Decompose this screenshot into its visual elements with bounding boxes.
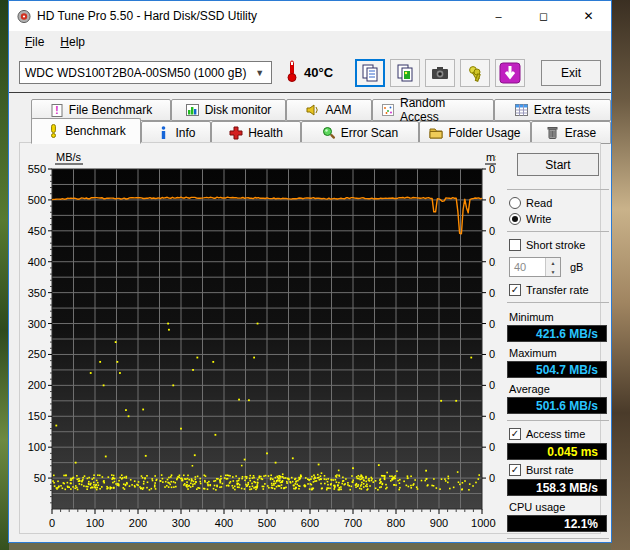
- exit-button[interactable]: Exit: [541, 60, 601, 86]
- svg-text:900: 900: [430, 517, 448, 529]
- copy-text-button[interactable]: [355, 59, 385, 87]
- maximum-label: Maximum: [509, 347, 609, 359]
- speaker-icon: [306, 103, 320, 117]
- thermometer-icon: [286, 59, 298, 87]
- svg-text:MB/s: MB/s: [56, 151, 82, 163]
- average-value: 501.6 MB/s: [507, 397, 607, 414]
- disk-monitor-icon: [186, 103, 200, 117]
- burst-rate-value: 158.3 MB/s: [507, 479, 607, 496]
- access-time-label: Access time: [526, 428, 585, 440]
- window-title: HD Tune Pro 5.50 - Hard Disk/SSD Utility: [37, 9, 476, 23]
- write-radio-row[interactable]: Write: [509, 213, 609, 225]
- svg-text:100: 100: [28, 441, 46, 453]
- tab-health[interactable]: Health: [211, 121, 301, 144]
- close-button[interactable]: ✕: [566, 1, 611, 31]
- options-button[interactable]: [460, 59, 490, 87]
- menu-help[interactable]: Help: [52, 33, 93, 51]
- tab-label: Info: [175, 126, 195, 140]
- tab-erase[interactable]: Erase: [531, 121, 611, 144]
- folder-icon: [429, 126, 443, 140]
- short-stroke-unit: gB: [570, 261, 583, 273]
- cpu-usage-value: 12.1%: [507, 515, 607, 532]
- divider: [507, 538, 609, 539]
- svg-text:500: 500: [28, 194, 46, 206]
- burst-rate-checkbox[interactable]: ✓: [509, 464, 521, 476]
- tab-error-scan[interactable]: Error Scan: [301, 121, 419, 144]
- short-stroke-checkbox[interactable]: [509, 239, 521, 251]
- download-arrow-icon: [499, 62, 521, 84]
- toolbar: WDC WDS100T2B0A-00SM50 (1000 gB) ▼ 40°C: [9, 53, 611, 92]
- transfer-rate-checkbox[interactable]: ✓: [509, 284, 521, 296]
- tab-benchmark[interactable]: Benchmark: [31, 118, 141, 144]
- menu-bar: File Help: [9, 31, 611, 53]
- tab-label: Random Access: [400, 96, 485, 124]
- svg-text:800: 800: [387, 517, 405, 529]
- transfer-rate-row[interactable]: ✓ Transfer rate: [509, 284, 609, 296]
- svg-text:1000gB: 1000gB: [471, 517, 496, 529]
- short-stroke-size-spinner[interactable]: 40 ▲ ▼: [509, 257, 561, 277]
- health-cross-icon: [229, 126, 243, 140]
- tab-folder-usage[interactable]: Folder Usage: [419, 121, 531, 144]
- svg-text:200: 200: [129, 517, 147, 529]
- update-button[interactable]: [495, 59, 525, 87]
- minimize-button[interactable]: –: [476, 1, 521, 31]
- access-time-checkbox[interactable]: ✓: [509, 428, 521, 440]
- tab-random-access[interactable]: Random Access: [372, 99, 494, 121]
- svg-text:!: !: [55, 105, 58, 116]
- screenshot-button[interactable]: [425, 59, 455, 87]
- maximum-value: 504.7 MB/s: [507, 361, 607, 378]
- burst-rate-row[interactable]: ✓ Burst rate: [509, 464, 609, 476]
- write-radio[interactable]: [509, 213, 521, 225]
- svg-text:0.10: 0.10: [489, 441, 496, 453]
- copy-text-icon: [360, 63, 380, 83]
- svg-text:550: 550: [28, 163, 46, 175]
- access-time-row[interactable]: ✓ Access time: [509, 428, 609, 440]
- svg-text:400: 400: [28, 256, 46, 268]
- tab-label: Disk monitor: [205, 103, 272, 117]
- svg-text:300: 300: [28, 318, 46, 330]
- read-radio-row[interactable]: Read: [509, 197, 609, 209]
- maximize-button[interactable]: ◻: [521, 1, 566, 31]
- tab-label: Benchmark: [65, 124, 126, 138]
- tab-aam[interactable]: AAM: [286, 99, 372, 121]
- desktop-wallpaper-right: [611, 0, 630, 550]
- info-icon: [156, 126, 170, 140]
- tab-label: Health: [248, 126, 283, 140]
- start-button[interactable]: Start: [517, 153, 599, 176]
- drive-select-dropdown[interactable]: WDC WDS100T2B0A-00SM50 (1000 gB) ▼: [19, 61, 272, 84]
- svg-text:0.50: 0.50: [489, 194, 496, 206]
- read-radio[interactable]: [509, 197, 521, 209]
- read-label: Read: [526, 197, 552, 209]
- tab-label: Erase: [565, 126, 596, 140]
- benchmark-sidebar: Start Read Write Short stroke 40 ▲: [507, 151, 609, 545]
- svg-text:100: 100: [86, 517, 104, 529]
- burst-rate-label: Burst rate: [526, 464, 574, 476]
- access-time-value: 0.045 ms: [507, 443, 607, 460]
- tab-disk-monitor[interactable]: Disk monitor: [171, 99, 286, 121]
- tab-extra-tests[interactable]: Extra tests: [494, 99, 611, 121]
- short-stroke-row[interactable]: Short stroke: [509, 239, 609, 251]
- temperature-value: 40°C: [304, 65, 333, 80]
- svg-text:700: 700: [344, 517, 362, 529]
- svg-text:300: 300: [172, 517, 190, 529]
- drive-select-value: WDC WDS100T2B0A-00SM50 (1000 gB): [25, 66, 246, 80]
- tab-info[interactable]: Info: [141, 121, 211, 144]
- title-bar: HD Tune Pro 5.50 - Hard Disk/SSD Utility…: [9, 1, 611, 31]
- svg-text:50: 50: [34, 472, 46, 484]
- svg-text:0.05: 0.05: [489, 472, 496, 484]
- spinner-up-icon[interactable]: ▲: [546, 258, 560, 267]
- write-label: Write: [526, 213, 551, 225]
- svg-text:0.40: 0.40: [489, 256, 496, 268]
- file-benchmark-icon: !: [50, 103, 64, 117]
- app-icon: [17, 9, 31, 23]
- copy-image-button[interactable]: [390, 59, 420, 87]
- svg-text:400: 400: [215, 517, 233, 529]
- spinner-down-icon[interactable]: ▼: [546, 267, 560, 276]
- menu-file[interactable]: File: [17, 33, 52, 51]
- svg-text:0.25: 0.25: [489, 348, 496, 360]
- svg-text:0: 0: [49, 517, 55, 529]
- divider: [507, 420, 609, 421]
- svg-text:ms: ms: [486, 151, 496, 163]
- svg-text:200: 200: [28, 379, 46, 391]
- camera-icon: [430, 63, 450, 83]
